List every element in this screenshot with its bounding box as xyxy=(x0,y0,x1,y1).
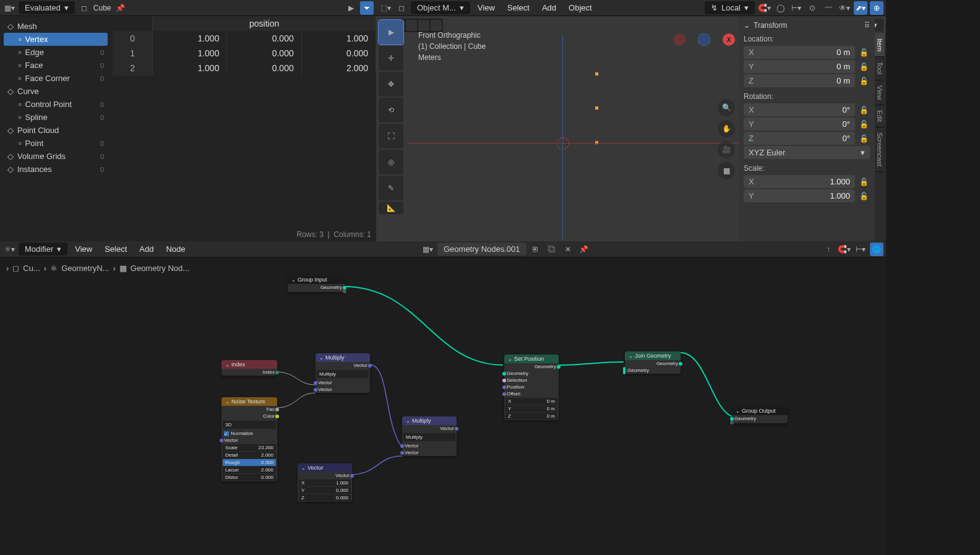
node-multiply-1[interactable]: Multiply Vector Multiply Vector Vector xyxy=(316,353,370,393)
filter-icon[interactable]: ⏷ xyxy=(360,1,374,15)
dimensions-dropdown[interactable]: 3D xyxy=(223,421,276,429)
nav-gizmo[interactable]: Z X -Y xyxy=(673,33,735,95)
domain-face[interactable]: ▫ Face0 xyxy=(4,59,108,72)
socket-selection[interactable]: Selection xyxy=(504,377,559,384)
pan-icon[interactable]: ✋ xyxy=(718,120,735,137)
socket-extend[interactable] xyxy=(732,422,788,423)
noise-field[interactable]: Distor0.000 xyxy=(223,474,276,481)
camera-icon[interactable]: 🎥 xyxy=(718,141,735,158)
socket-geometry[interactable]: Geometry xyxy=(732,415,788,422)
wave-icon[interactable]: 〰 xyxy=(822,1,835,15)
domain-instances[interactable]: ◇ Instances0 xyxy=(4,163,108,176)
node-vector[interactable]: Vector Vector X1.000Y0.000Z0.000 xyxy=(298,463,352,502)
proportional-icon[interactable]: ◯ xyxy=(773,1,787,15)
menu-select[interactable]: Select xyxy=(100,243,132,256)
node-multiply-2[interactable]: Multiply Vector Multiply Vector Vector xyxy=(402,416,457,456)
eval-state-dropdown[interactable]: Evaluated ▾ xyxy=(19,1,75,14)
curve-icon[interactable]: ⊙ xyxy=(806,1,819,15)
node-title[interactable]: Noise Texture xyxy=(221,397,277,406)
tab-view[interactable]: View xyxy=(875,80,885,106)
lock-icon[interactable]: 🔓 xyxy=(858,77,870,85)
node-title[interactable]: Set Position xyxy=(504,355,559,363)
socket-vector-a[interactable]: Vector xyxy=(316,379,370,386)
socket-color[interactable]: Color xyxy=(221,413,277,419)
location-y[interactable]: Y0 m xyxy=(744,60,855,73)
menu-add[interactable]: Add xyxy=(537,1,561,14)
crumb-object[interactable]: Cu... xyxy=(23,264,40,273)
crumb-tree[interactable]: Geometry Nod... xyxy=(131,264,189,273)
3d-viewport[interactable]: ⬚▾ ◻ Object M... ▾ View Select Add Objec… xyxy=(376,0,886,241)
gizmo-neg-x-icon[interactable] xyxy=(673,33,686,46)
nodetree-name[interactable]: Geometry Nodes.001 xyxy=(437,243,527,256)
pin-icon[interactable]: 📌 xyxy=(114,1,127,15)
domain-face-corner[interactable]: ▫ Face Corner0 xyxy=(4,72,108,85)
transform-header[interactable]: ⌄ Transform⠿ xyxy=(744,21,870,30)
socket-fac[interactable]: Fac xyxy=(221,406,277,413)
crumb-modifier[interactable]: GeometryN... xyxy=(61,264,109,273)
tool-select-box[interactable]: ▶ xyxy=(379,20,403,45)
lock-icon[interactable]: 🔓 xyxy=(858,62,870,71)
lock-icon[interactable]: 🔓 xyxy=(858,178,870,186)
domain-point[interactable]: ▫ Point0 xyxy=(4,137,108,150)
editor-type-icon[interactable]: ⬚▾ xyxy=(379,1,392,15)
tool-measure[interactable]: 📐 xyxy=(379,202,403,214)
parent-icon[interactable]: ↑ xyxy=(822,243,835,256)
gizmo-x-icon[interactable]: X xyxy=(723,33,735,46)
geometry-nodes-editor[interactable]: ⚛▾ Modifier ▾ View Select Add Node ▦▾ Ge… xyxy=(0,241,886,555)
offset-field[interactable]: Y0 m xyxy=(505,405,557,412)
table-row[interactable]: 11.0000.0000.000 xyxy=(113,46,376,61)
node-title[interactable]: Vector xyxy=(298,463,352,472)
menu-node[interactable]: Node xyxy=(161,243,190,256)
editor-type-icon[interactable]: ⚛▾ xyxy=(2,243,16,256)
table-row[interactable]: 01.0000.0001.000 xyxy=(113,31,376,46)
tool-transform[interactable]: ◎ xyxy=(379,150,403,174)
snap-icon[interactable]: 🧲▾ xyxy=(757,1,771,15)
socket-geometry[interactable]: Geometry xyxy=(288,284,345,291)
tool-move[interactable]: ✥ xyxy=(379,72,403,97)
lock-icon[interactable]: 🔓 xyxy=(858,48,870,57)
tool-scale[interactable]: ⛶ xyxy=(379,124,403,148)
socket-index[interactable]: Index xyxy=(221,369,277,376)
lock-icon[interactable]: 🔓 xyxy=(858,134,870,143)
socket-vector-b[interactable]: Vector xyxy=(316,386,370,393)
zoom-icon[interactable]: 🔍 xyxy=(718,99,735,116)
noise-field[interactable]: Rough0.500 xyxy=(223,459,276,466)
duplicate-icon[interactable]: ⿻ xyxy=(545,243,559,256)
tree-type-dropdown[interactable]: Modifier ▾ xyxy=(19,243,67,256)
rotation-z[interactable]: Z0° xyxy=(744,132,855,145)
crumb-left-icon[interactable]: › xyxy=(6,264,9,273)
tool-cursor[interactable]: ✛ xyxy=(379,46,403,71)
menu-view[interactable]: View xyxy=(473,1,500,14)
domain-control-point[interactable]: ▫ Control Point0 xyxy=(4,98,108,111)
scale-y[interactable]: Y1.000 xyxy=(744,189,855,202)
lock-icon[interactable]: 🔓 xyxy=(858,106,870,114)
col-position[interactable]: position xyxy=(153,16,376,31)
tab-tool[interactable]: Tool xyxy=(875,57,885,80)
persp-icon[interactable]: ▦ xyxy=(718,162,735,179)
editor-type-icon[interactable]: ▦▾ xyxy=(2,1,16,15)
orientation-dropdown[interactable]: ↯ Local ▾ xyxy=(705,1,755,14)
selmode-3-icon[interactable] xyxy=(406,20,417,31)
node-title[interactable]: Multiply xyxy=(316,353,370,362)
node-group-output[interactable]: Group Output Geometry xyxy=(732,407,788,423)
node-group-input[interactable]: Group Input Geometry xyxy=(288,275,345,292)
socket-geometry-out[interactable]: Geometry xyxy=(625,360,681,367)
domain-mesh[interactable]: ◇ Mesh xyxy=(4,20,108,33)
operation-dropdown[interactable]: Multiply xyxy=(317,370,369,378)
snap-target-icon[interactable]: ⊢▾ xyxy=(789,1,803,15)
unlink-icon[interactable]: ✕ xyxy=(561,243,575,256)
socket-geometry-in[interactable]: Geometry xyxy=(504,370,559,377)
socket-position[interactable]: Position xyxy=(504,384,559,390)
tool-annotate[interactable]: ✎ xyxy=(379,176,403,200)
rotation-mode-dropdown[interactable]: XYZ Euler▾ xyxy=(744,146,870,159)
tool-rotate[interactable]: ⟲ xyxy=(379,98,403,123)
tab-screencast[interactable]: Screencast xyxy=(875,127,885,172)
noise-field[interactable]: Lacun2.000 xyxy=(223,467,276,473)
rotation-y[interactable]: Y0° xyxy=(744,118,855,131)
node-set-position[interactable]: Set Position Geometry Geometry Selection… xyxy=(504,355,559,420)
tab-item[interactable]: Item xyxy=(875,33,885,57)
vector-field[interactable]: Y0.000 xyxy=(299,487,351,494)
overlay-icon[interactable]: ⊢▾ xyxy=(854,243,867,256)
node-join-geometry[interactable]: Join Geometry Geometry Geometry xyxy=(625,351,681,374)
socket-vector-out[interactable]: Vector xyxy=(402,425,457,432)
